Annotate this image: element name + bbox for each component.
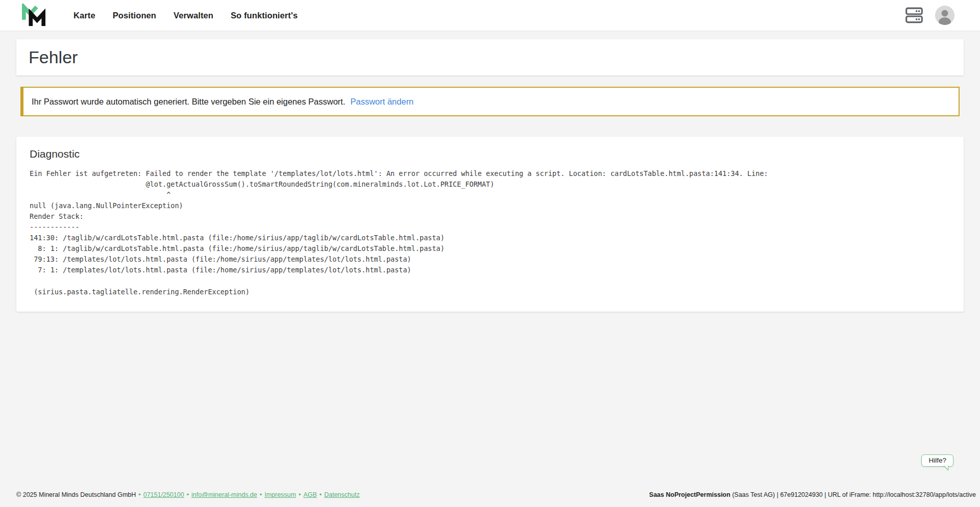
footer-left: © 2025 Mineral Minds Deutschland GmbH•07… [16, 491, 360, 498]
saas-permission-label: Saas NoProjectPermission [649, 491, 730, 498]
header-actions [905, 6, 954, 25]
mineral-minds-logo-icon[interactable] [20, 4, 47, 27]
nav-item-positionen[interactable]: Positionen [113, 11, 156, 20]
footer-status: Saas NoProjectPermission (Saas Test AG) … [649, 491, 976, 498]
diagnostic-card: Diagnostic Ein Fehler ist aufgetreten: F… [16, 137, 964, 312]
footer-separator: • [260, 491, 262, 498]
diagnostic-log: Ein Fehler ist aufgetreten: Failed to re… [30, 168, 951, 297]
footer-link-impressum[interactable]: Impressum [264, 491, 296, 498]
main-nav: Karte Positionen Verwalten So funktionie… [74, 11, 298, 20]
top-navbar: Karte Positionen Verwalten So funktionie… [0, 0, 980, 31]
footer-link-email[interactable]: info@mineral-minds.de [191, 491, 257, 498]
footer-separator: • [138, 491, 140, 498]
help-button[interactable]: Hilfe? [921, 454, 953, 467]
server-icon[interactable] [905, 7, 923, 23]
footer-separator: • [299, 491, 301, 498]
nav-item-karte[interactable]: Karte [74, 11, 95, 20]
footer: © 2025 Mineral Minds Deutschland GmbH•07… [0, 486, 980, 507]
footer-link-phone[interactable]: 07151/250100 [143, 491, 184, 498]
saas-status-text: (Saas Test AG) | 67e912024930 | URL of i… [730, 491, 976, 498]
footer-link-agb[interactable]: AGB [303, 491, 316, 498]
page-title: Fehler [29, 47, 78, 67]
user-avatar-icon[interactable] [935, 6, 954, 25]
change-password-link[interactable]: Passwort ändern [350, 97, 413, 107]
warning-message: Ihr Passwort wurde automatisch generiert… [32, 97, 345, 107]
copyright-text: © 2025 Mineral Minds Deutschland GmbH [16, 491, 136, 498]
nav-item-verwalten[interactable]: Verwalten [174, 11, 213, 20]
footer-separator: • [187, 491, 189, 498]
footer-link-datenschutz[interactable]: Datenschutz [324, 491, 359, 498]
nav-item-so-funktionierts[interactable]: So funktioniert's [231, 11, 298, 20]
diagnostic-title: Diagnostic [30, 148, 951, 160]
password-warning-banner: Ihr Passwort wurde automatisch generiert… [20, 87, 960, 116]
page-title-card: Fehler [16, 39, 964, 75]
footer-separator: • [320, 491, 322, 498]
